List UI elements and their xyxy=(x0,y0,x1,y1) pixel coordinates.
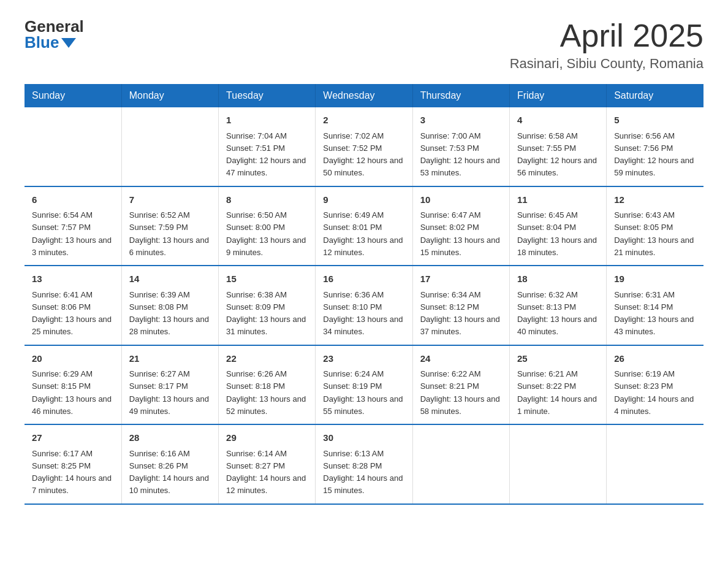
day-info: Sunrise: 6:58 AMSunset: 7:55 PMDaylight:… xyxy=(517,131,597,178)
cell-week5-day5 xyxy=(412,424,509,504)
cell-week2-day1: 6Sunrise: 6:54 AMSunset: 7:57 PMDaylight… xyxy=(25,186,121,266)
cell-week4-day6: 25Sunrise: 6:21 AMSunset: 8:22 PMDayligh… xyxy=(509,345,606,425)
header-sunday: Sunday xyxy=(25,84,121,107)
day-number: 12 xyxy=(614,193,696,207)
cell-week5-day3: 29Sunrise: 6:14 AMSunset: 8:27 PMDayligh… xyxy=(219,424,316,504)
cell-week1-day1 xyxy=(25,107,121,186)
cell-week3-day6: 18Sunrise: 6:32 AMSunset: 8:13 PMDayligh… xyxy=(509,266,606,345)
day-info: Sunrise: 6:34 AMSunset: 8:12 PMDaylight:… xyxy=(420,290,500,337)
cell-week1-day5: 3Sunrise: 7:00 AMSunset: 7:53 PMDaylight… xyxy=(412,107,509,186)
day-number: 6 xyxy=(32,193,114,207)
week-row-1: 1Sunrise: 7:04 AMSunset: 7:51 PMDaylight… xyxy=(25,107,703,186)
day-info: Sunrise: 6:13 AMSunset: 8:28 PMDaylight:… xyxy=(323,449,403,496)
day-number: 25 xyxy=(517,352,599,366)
calendar-body: 1Sunrise: 7:04 AMSunset: 7:51 PMDaylight… xyxy=(25,107,703,504)
week-row-2: 6Sunrise: 6:54 AMSunset: 7:57 PMDaylight… xyxy=(25,186,703,266)
day-info: Sunrise: 6:24 AMSunset: 8:19 PMDaylight:… xyxy=(323,369,403,416)
day-info: Sunrise: 6:22 AMSunset: 8:21 PMDaylight:… xyxy=(420,369,500,416)
cell-week4-day2: 21Sunrise: 6:27 AMSunset: 8:17 PMDayligh… xyxy=(121,345,218,425)
cell-week4-day3: 22Sunrise: 6:26 AMSunset: 8:18 PMDayligh… xyxy=(219,345,316,425)
day-number: 3 xyxy=(420,113,502,128)
week-row-4: 20Sunrise: 6:29 AMSunset: 8:15 PMDayligh… xyxy=(25,345,703,425)
day-info: Sunrise: 6:39 AMSunset: 8:08 PMDaylight:… xyxy=(129,290,209,337)
day-number: 16 xyxy=(323,272,404,286)
cell-week3-day7: 19Sunrise: 6:31 AMSunset: 8:14 PMDayligh… xyxy=(607,266,703,345)
cell-week1-day6: 4Sunrise: 6:58 AMSunset: 7:55 PMDaylight… xyxy=(509,107,606,186)
day-info: Sunrise: 7:04 AMSunset: 7:51 PMDaylight:… xyxy=(226,131,306,178)
day-info: Sunrise: 6:49 AMSunset: 8:01 PMDaylight:… xyxy=(323,210,403,257)
title-block: April 2025 Rasinari, Sibiu County, Roman… xyxy=(510,18,703,72)
day-number: 5 xyxy=(614,113,696,128)
day-info: Sunrise: 7:02 AMSunset: 7:52 PMDaylight:… xyxy=(323,131,403,178)
calendar-table: SundayMondayTuesdayWednesdayThursdayFrid… xyxy=(25,84,703,505)
day-info: Sunrise: 6:14 AMSunset: 8:27 PMDaylight:… xyxy=(226,449,306,496)
day-number: 8 xyxy=(226,193,308,207)
day-info: Sunrise: 7:00 AMSunset: 7:53 PMDaylight:… xyxy=(420,131,500,178)
cell-week5-day6 xyxy=(509,424,606,504)
day-number: 10 xyxy=(420,193,502,207)
day-number: 20 xyxy=(32,352,114,366)
day-info: Sunrise: 6:38 AMSunset: 8:09 PMDaylight:… xyxy=(226,290,306,337)
day-number: 28 xyxy=(129,431,211,445)
header-tuesday: Tuesday xyxy=(219,84,316,107)
calendar-subtitle: Rasinari, Sibiu County, Romania xyxy=(510,56,703,72)
cell-week5-day2: 28Sunrise: 6:16 AMSunset: 8:26 PMDayligh… xyxy=(121,424,218,504)
header-monday: Monday xyxy=(121,84,218,107)
day-info: Sunrise: 6:54 AMSunset: 7:57 PMDaylight:… xyxy=(32,210,112,257)
cell-week3-day3: 15Sunrise: 6:38 AMSunset: 8:09 PMDayligh… xyxy=(219,266,316,345)
cell-week1-day7: 5Sunrise: 6:56 AMSunset: 7:56 PMDaylight… xyxy=(607,107,703,186)
header-wednesday: Wednesday xyxy=(316,84,412,107)
cell-week4-day4: 23Sunrise: 6:24 AMSunset: 8:19 PMDayligh… xyxy=(316,345,412,425)
cell-week3-day2: 14Sunrise: 6:39 AMSunset: 8:08 PMDayligh… xyxy=(121,266,218,345)
day-number: 21 xyxy=(129,352,211,366)
day-info: Sunrise: 6:50 AMSunset: 8:00 PMDaylight:… xyxy=(226,210,306,257)
day-number: 18 xyxy=(517,272,599,286)
day-info: Sunrise: 6:26 AMSunset: 8:18 PMDaylight:… xyxy=(226,369,306,416)
cell-week2-day4: 9Sunrise: 6:49 AMSunset: 8:01 PMDaylight… xyxy=(316,186,412,266)
day-number: 9 xyxy=(323,193,404,207)
day-number: 22 xyxy=(226,352,308,366)
calendar-header: SundayMondayTuesdayWednesdayThursdayFrid… xyxy=(25,84,703,107)
cell-week5-day1: 27Sunrise: 6:17 AMSunset: 8:25 PMDayligh… xyxy=(25,424,121,504)
day-number: 23 xyxy=(323,352,404,366)
cell-week5-day7 xyxy=(607,424,703,504)
day-number: 29 xyxy=(226,431,308,445)
header-thursday: Thursday xyxy=(412,84,509,107)
cell-week3-day4: 16Sunrise: 6:36 AMSunset: 8:10 PMDayligh… xyxy=(316,266,412,345)
day-number: 4 xyxy=(517,113,599,128)
cell-week4-day1: 20Sunrise: 6:29 AMSunset: 8:15 PMDayligh… xyxy=(25,345,121,425)
day-info: Sunrise: 6:47 AMSunset: 8:02 PMDaylight:… xyxy=(420,210,500,257)
cell-week1-day3: 1Sunrise: 7:04 AMSunset: 7:51 PMDaylight… xyxy=(219,107,316,186)
day-info: Sunrise: 6:56 AMSunset: 7:56 PMDaylight:… xyxy=(614,131,694,178)
day-info: Sunrise: 6:17 AMSunset: 8:25 PMDaylight:… xyxy=(32,449,112,496)
header-friday: Friday xyxy=(509,84,606,107)
day-number: 26 xyxy=(614,352,696,366)
day-info: Sunrise: 6:19 AMSunset: 8:23 PMDaylight:… xyxy=(614,369,694,416)
logo: General Blue xyxy=(25,18,84,50)
calendar-title: April 2025 xyxy=(510,18,703,53)
day-number: 11 xyxy=(517,193,599,207)
cell-week1-day2 xyxy=(121,107,218,186)
week-row-5: 27Sunrise: 6:17 AMSunset: 8:25 PMDayligh… xyxy=(25,424,703,504)
day-info: Sunrise: 6:31 AMSunset: 8:14 PMDaylight:… xyxy=(614,290,694,337)
day-info: Sunrise: 6:32 AMSunset: 8:13 PMDaylight:… xyxy=(517,290,597,337)
day-number: 13 xyxy=(32,272,114,286)
day-number: 7 xyxy=(129,193,211,207)
day-number: 17 xyxy=(420,272,502,286)
logo-general-text: General xyxy=(25,18,84,34)
day-info: Sunrise: 6:16 AMSunset: 8:26 PMDaylight:… xyxy=(129,449,209,496)
cell-week4-day7: 26Sunrise: 6:19 AMSunset: 8:23 PMDayligh… xyxy=(607,345,703,425)
cell-week2-day3: 8Sunrise: 6:50 AMSunset: 8:00 PMDaylight… xyxy=(219,186,316,266)
cell-week2-day2: 7Sunrise: 6:52 AMSunset: 7:59 PMDaylight… xyxy=(121,186,218,266)
cell-week3-day1: 13Sunrise: 6:41 AMSunset: 8:06 PMDayligh… xyxy=(25,266,121,345)
cell-week1-day4: 2Sunrise: 7:02 AMSunset: 7:52 PMDaylight… xyxy=(316,107,412,186)
header-saturday: Saturday xyxy=(607,84,703,107)
day-number: 1 xyxy=(226,113,308,128)
day-number: 24 xyxy=(420,352,502,366)
day-info: Sunrise: 6:52 AMSunset: 7:59 PMDaylight:… xyxy=(129,210,209,257)
day-info: Sunrise: 6:41 AMSunset: 8:06 PMDaylight:… xyxy=(32,290,112,337)
day-info: Sunrise: 6:36 AMSunset: 8:10 PMDaylight:… xyxy=(323,290,403,337)
day-number: 15 xyxy=(226,272,308,286)
cell-week2-day6: 11Sunrise: 6:45 AMSunset: 8:04 PMDayligh… xyxy=(509,186,606,266)
day-number: 14 xyxy=(129,272,211,286)
